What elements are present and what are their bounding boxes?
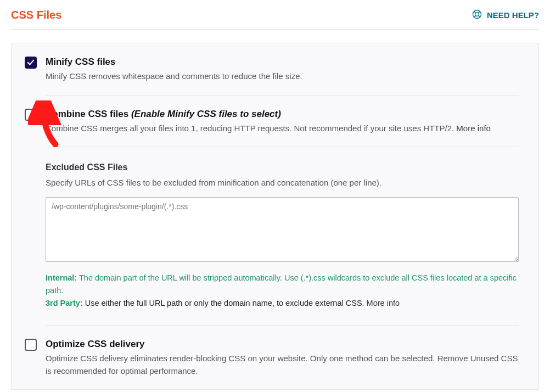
excluded-textarea[interactable] — [46, 197, 519, 262]
setting-minify: Minify CSS files Minify CSS removes whit… — [12, 43, 538, 95]
combine-label: Combine CSS files (Enable Minify CSS fil… — [46, 109, 519, 120]
page-title: CSS Files — [11, 9, 61, 21]
svg-line-4 — [478, 11, 480, 13]
need-help-link[interactable]: NEED HELP? — [472, 9, 539, 21]
excluded-desc: Specify URLs of CSS files to be excluded… — [46, 177, 519, 189]
excluded-more-link[interactable]: More info — [367, 299, 400, 307]
lifesaver-icon — [472, 9, 482, 21]
excluded-note: Internal: The domain part of the URL wil… — [46, 272, 519, 310]
need-help-label: NEED HELP? — [487, 10, 539, 20]
optimize-label: Optimize CSS delivery — [46, 339, 519, 350]
combine-desc: Combine CSS merges all your files into 1… — [46, 122, 519, 135]
minify-label: Minify CSS files — [46, 57, 519, 68]
combine-checkbox[interactable] — [25, 109, 37, 121]
setting-excluded: Excluded CSS Files Specify URLs of CSS f… — [12, 147, 538, 325]
svg-line-2 — [474, 11, 475, 13]
excluded-label: Excluded CSS Files — [46, 163, 519, 172]
page-header: CSS Files NEED HELP? — [11, 9, 539, 30]
svg-line-3 — [478, 16, 480, 18]
setting-combine: Combine CSS files (Enable Minify CSS fil… — [12, 96, 538, 147]
optimize-checkbox[interactable] — [25, 339, 37, 351]
minify-checkbox[interactable] — [25, 57, 37, 69]
svg-point-1 — [475, 13, 479, 16]
settings-panel: Minify CSS files Minify CSS removes whit… — [11, 43, 539, 390]
combine-more-link[interactable]: More info — [456, 124, 491, 133]
optimize-desc: Optimize CSS delivery eliminates render-… — [46, 352, 519, 377]
minify-desc: Minify CSS removes whitespace and commen… — [46, 70, 519, 83]
svg-line-5 — [474, 16, 475, 18]
combine-hint: (Enable Minify CSS files to select) — [131, 109, 281, 119]
setting-optimize: Optimize CSS delivery Optimize CSS deliv… — [12, 326, 538, 389]
check-icon — [27, 59, 35, 66]
